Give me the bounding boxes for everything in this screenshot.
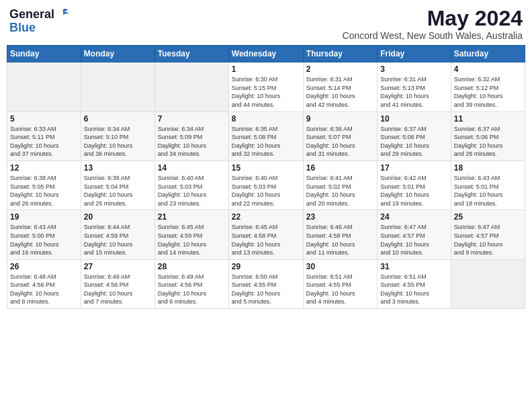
day-number: 8	[232, 114, 300, 124]
day-info: Sunrise: 6:37 AM Sunset: 5:06 PM Dayligh…	[454, 125, 522, 158]
day-info: Sunrise: 6:46 AM Sunset: 4:58 PM Dayligh…	[306, 223, 374, 257]
day-number: 1	[232, 64, 300, 74]
day-number: 25	[454, 212, 522, 222]
calendar-cell: 3Sunrise: 6:31 AM Sunset: 5:13 PM Daylig…	[378, 62, 451, 111]
calendar-cell: 23Sunrise: 6:46 AM Sunset: 4:58 PM Dayli…	[303, 210, 377, 259]
day-info: Sunrise: 6:40 AM Sunset: 5:03 PM Dayligh…	[158, 174, 226, 208]
logo-general-text: General	[9, 8, 54, 20]
calendar-week-row: 12Sunrise: 6:38 AM Sunset: 5:05 PM Dayli…	[7, 161, 525, 210]
calendar-cell: 7Sunrise: 6:34 AM Sunset: 5:09 PM Daylig…	[154, 111, 228, 161]
day-number: 7	[158, 114, 226, 124]
day-info: Sunrise: 6:37 AM Sunset: 5:06 PM Dayligh…	[380, 125, 447, 158]
day-number: 29	[232, 262, 300, 271]
day-number: 15	[232, 163, 300, 173]
day-number: 28	[158, 262, 226, 271]
calendar-cell: 15Sunrise: 6:40 AM Sunset: 5:03 PM Dayli…	[228, 161, 303, 210]
calendar-cell	[451, 259, 525, 308]
calendar-cell: 26Sunrise: 6:48 AM Sunset: 4:56 PM Dayli…	[7, 259, 81, 308]
calendar-cell: 10Sunrise: 6:37 AM Sunset: 5:06 PM Dayli…	[378, 111, 451, 161]
calendar-cell: 5Sunrise: 6:33 AM Sunset: 5:11 PM Daylig…	[7, 111, 81, 161]
calendar-cell: 31Sunrise: 6:51 AM Sunset: 4:55 PM Dayli…	[378, 259, 451, 308]
calendar-cell	[7, 62, 81, 111]
day-number: 3	[380, 64, 447, 74]
day-number: 27	[84, 262, 152, 271]
calendar-day-header: Monday	[81, 46, 154, 62]
day-number: 24	[380, 212, 447, 222]
day-info: Sunrise: 6:34 AM Sunset: 5:10 PM Dayligh…	[84, 125, 152, 158]
day-info: Sunrise: 6:39 AM Sunset: 5:04 PM Dayligh…	[84, 174, 152, 208]
day-number: 22	[232, 212, 300, 222]
calendar-cell: 19Sunrise: 6:43 AM Sunset: 5:00 PM Dayli…	[7, 210, 81, 259]
calendar-cell: 11Sunrise: 6:37 AM Sunset: 5:06 PM Dayli…	[451, 111, 525, 161]
calendar-cell: 29Sunrise: 6:50 AM Sunset: 4:55 PM Dayli…	[228, 259, 303, 308]
logo: General Blue	[9, 7, 71, 34]
calendar-cell: 1Sunrise: 6:30 AM Sunset: 5:15 PM Daylig…	[228, 62, 303, 111]
day-number: 31	[380, 262, 447, 271]
calendar-day-header: Tuesday	[154, 46, 228, 62]
day-info: Sunrise: 6:47 AM Sunset: 4:57 PM Dayligh…	[454, 223, 522, 257]
calendar-cell: 8Sunrise: 6:35 AM Sunset: 5:08 PM Daylig…	[228, 111, 303, 161]
day-number: 13	[84, 163, 152, 173]
day-info: Sunrise: 6:36 AM Sunset: 5:07 PM Dayligh…	[306, 125, 374, 158]
day-info: Sunrise: 6:43 AM Sunset: 5:01 PM Dayligh…	[454, 174, 522, 208]
calendar-day-header: Sunday	[7, 46, 81, 62]
calendar-cell	[154, 62, 228, 111]
calendar-cell: 14Sunrise: 6:40 AM Sunset: 5:03 PM Dayli…	[154, 161, 228, 210]
day-info: Sunrise: 6:47 AM Sunset: 4:57 PM Dayligh…	[380, 223, 447, 257]
location-subtitle: Concord West, New South Wales, Australia	[343, 30, 523, 41]
day-number: 23	[306, 212, 374, 222]
calendar-week-row: 26Sunrise: 6:48 AM Sunset: 4:56 PM Dayli…	[7, 259, 525, 308]
calendar-cell: 18Sunrise: 6:43 AM Sunset: 5:01 PM Dayli…	[451, 161, 525, 210]
calendar-cell: 13Sunrise: 6:39 AM Sunset: 5:04 PM Dayli…	[81, 161, 154, 210]
day-info: Sunrise: 6:45 AM Sunset: 4:59 PM Dayligh…	[158, 223, 226, 257]
logo-bird-icon	[56, 7, 71, 21]
day-info: Sunrise: 6:34 AM Sunset: 5:09 PM Dayligh…	[158, 125, 226, 158]
day-info: Sunrise: 6:51 AM Sunset: 4:55 PM Dayligh…	[380, 273, 447, 306]
day-number: 2	[306, 64, 374, 74]
day-number: 18	[454, 163, 522, 173]
calendar-cell: 9Sunrise: 6:36 AM Sunset: 5:07 PM Daylig…	[303, 111, 377, 161]
calendar-week-row: 5Sunrise: 6:33 AM Sunset: 5:11 PM Daylig…	[7, 111, 525, 161]
calendar-cell: 20Sunrise: 6:44 AM Sunset: 4:59 PM Dayli…	[81, 210, 154, 259]
day-info: Sunrise: 6:31 AM Sunset: 5:13 PM Dayligh…	[380, 75, 447, 109]
day-info: Sunrise: 6:32 AM Sunset: 5:12 PM Dayligh…	[454, 75, 522, 109]
day-info: Sunrise: 6:31 AM Sunset: 5:14 PM Dayligh…	[306, 75, 374, 109]
day-number: 6	[84, 114, 152, 124]
calendar-cell: 25Sunrise: 6:47 AM Sunset: 4:57 PM Dayli…	[451, 210, 525, 259]
day-info: Sunrise: 6:48 AM Sunset: 4:56 PM Dayligh…	[10, 273, 78, 306]
calendar-cell: 16Sunrise: 6:41 AM Sunset: 5:02 PM Dayli…	[303, 161, 377, 210]
calendar-cell: 4Sunrise: 6:32 AM Sunset: 5:12 PM Daylig…	[451, 62, 525, 111]
day-info: Sunrise: 6:44 AM Sunset: 4:59 PM Dayligh…	[84, 223, 152, 257]
calendar-week-row: 19Sunrise: 6:43 AM Sunset: 5:00 PM Dayli…	[7, 210, 525, 259]
day-number: 9	[306, 114, 374, 124]
calendar-cell: 22Sunrise: 6:45 AM Sunset: 4:58 PM Dayli…	[228, 210, 303, 259]
calendar-day-header: Saturday	[451, 46, 525, 62]
day-number: 11	[454, 114, 522, 124]
day-info: Sunrise: 6:49 AM Sunset: 4:56 PM Dayligh…	[84, 273, 152, 306]
title-area: May 2024 Concord West, New South Wales, …	[343, 7, 523, 41]
day-number: 20	[84, 212, 152, 222]
day-number: 26	[10, 262, 78, 271]
calendar-cell: 12Sunrise: 6:38 AM Sunset: 5:05 PM Dayli…	[7, 161, 81, 210]
day-info: Sunrise: 6:43 AM Sunset: 5:00 PM Dayligh…	[10, 223, 78, 257]
day-number: 12	[10, 163, 78, 173]
day-info: Sunrise: 6:51 AM Sunset: 4:55 PM Dayligh…	[306, 273, 374, 306]
day-info: Sunrise: 6:35 AM Sunset: 5:08 PM Dayligh…	[232, 125, 300, 158]
day-info: Sunrise: 6:40 AM Sunset: 5:03 PM Dayligh…	[232, 174, 300, 208]
calendar-cell: 21Sunrise: 6:45 AM Sunset: 4:59 PM Dayli…	[154, 210, 228, 259]
calendar-table: SundayMondayTuesdayWednesdayThursdayFrid…	[7, 45, 525, 309]
page-header: General Blue May 2024 Concord West, New …	[7, 7, 525, 41]
calendar-cell: 28Sunrise: 6:49 AM Sunset: 4:56 PM Dayli…	[154, 259, 228, 308]
day-number: 4	[454, 64, 522, 74]
day-number: 19	[10, 212, 78, 222]
day-number: 14	[158, 163, 226, 173]
calendar-cell: 24Sunrise: 6:47 AM Sunset: 4:57 PM Dayli…	[378, 210, 451, 259]
day-number: 21	[158, 212, 226, 222]
calendar-cell	[81, 62, 154, 111]
calendar-cell: 17Sunrise: 6:42 AM Sunset: 5:01 PM Dayli…	[378, 161, 451, 210]
day-info: Sunrise: 6:41 AM Sunset: 5:02 PM Dayligh…	[306, 174, 374, 208]
day-info: Sunrise: 6:42 AM Sunset: 5:01 PM Dayligh…	[380, 174, 447, 208]
day-info: Sunrise: 6:49 AM Sunset: 4:56 PM Dayligh…	[158, 273, 226, 306]
logo-blue-text: Blue	[9, 21, 71, 34]
day-info: Sunrise: 6:50 AM Sunset: 4:55 PM Dayligh…	[232, 273, 300, 306]
